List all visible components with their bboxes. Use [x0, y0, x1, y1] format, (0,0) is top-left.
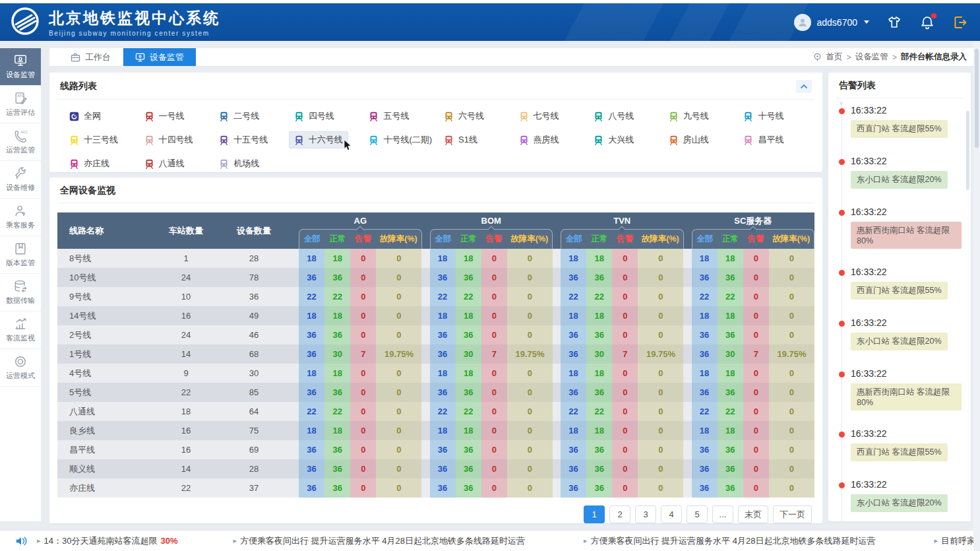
page-scrollbar[interactable]	[973, 41, 980, 551]
breadcrumb-home[interactable]: 首页	[826, 51, 842, 63]
sidebar-item-operation-supervision[interactable]: ACC 运营监管	[0, 123, 41, 161]
line-item[interactable]: 十五号线	[214, 131, 273, 148]
sidebar-item-passenger-flow[interactable]: 客流监视	[0, 311, 41, 349]
alarm-message[interactable]: 西直门站 客流超限55%	[851, 120, 948, 138]
cell-devices: 69	[217, 440, 291, 459]
line-item[interactable]: 七号线	[514, 108, 565, 125]
subway-logo-icon	[9, 5, 41, 40]
alarm-message[interactable]: 西直门站 客流超限55%	[851, 282, 948, 300]
line-item[interactable]: 八号线	[588, 108, 639, 125]
username: adds6700	[816, 17, 857, 28]
line-train-icon	[743, 112, 753, 121]
page-button[interactable]: 1	[584, 505, 605, 523]
alarm-message[interactable]: 西直门站 客流超限55%	[851, 443, 948, 461]
tab-workbench[interactable]: 工作台	[59, 48, 123, 66]
line-item[interactable]: 亦庄线	[64, 155, 115, 172]
page-button[interactable]: 3	[635, 505, 656, 523]
line-item[interactable]: 十六号线	[289, 131, 348, 148]
line-item[interactable]: S1线	[439, 131, 483, 148]
alarm-time: 16:33:22	[851, 317, 964, 328]
line-train-icon	[144, 112, 154, 121]
breadcrumb-section[interactable]: 设备监管	[855, 51, 888, 63]
alarm-dot-icon	[839, 270, 845, 276]
cell-stations: 16	[155, 421, 217, 440]
line-item-label: 二号线	[233, 110, 259, 122]
line-item[interactable]: 十四号线	[139, 131, 199, 148]
sidebar-item-operation-evaluation[interactable]: AFC 运营评估	[0, 86, 41, 123]
page-button[interactable]: ...	[712, 505, 733, 523]
alarm-message[interactable]: 东小口站 客流超限20%	[851, 333, 948, 350]
table-row: 亦庄线 22 37 363600 363600 363600 363600	[57, 478, 814, 498]
page-button[interactable]: 2	[609, 505, 630, 523]
sidebar-item-passenger-service[interactable]: 乘客服务	[0, 199, 41, 236]
page-button[interactable]: 下一页	[773, 505, 812, 523]
cell-line-name: 良乡线	[57, 421, 155, 440]
line-item[interactable]: 五号线	[363, 108, 414, 125]
table-body: 8号线 1 28 181800 181800 181800 181800	[57, 249, 814, 498]
line-train-icon	[69, 159, 79, 169]
line-item[interactable]: 十三号线	[64, 131, 123, 148]
theme-skin-button[interactable]	[886, 15, 902, 30]
chevron-down-icon	[864, 20, 869, 24]
line-item-label: 九号线	[683, 110, 709, 122]
line-train-icon	[669, 135, 679, 145]
ticker-bullet-icon: ▸	[584, 536, 588, 545]
line-item-label: 五号线	[383, 110, 409, 122]
line-item[interactable]: 全网	[64, 108, 106, 125]
brand: 北京地铁监视中心系统 Beijing subway monitoring cen…	[9, 5, 220, 40]
cell-stations: 14	[155, 459, 217, 478]
alarm-message[interactable]: 东小口站 客流超限20%	[851, 494, 948, 512]
alarm-message[interactable]: 惠新西街南口站 客流超限80%	[851, 222, 962, 249]
alarm-message[interactable]: 惠新西街南口站 客流超限80%	[851, 383, 962, 410]
line-item[interactable]: 昌平线	[738, 131, 789, 148]
sidebar-item-device-monitor[interactable]: 设备监管	[0, 48, 41, 86]
alarm-time: 16:33:22	[851, 368, 964, 379]
alarm-time: 16:33:22	[851, 428, 964, 439]
table-row: 14号线 16 49 181800 181800 181800 181800	[57, 306, 814, 325]
alarm-scrollbar-thumb[interactable]	[966, 111, 969, 190]
logout-button[interactable]	[952, 15, 968, 30]
table-row: 9号线 10 36 222200 222200 222200 222200	[57, 287, 814, 306]
ticker-items: ▸ 14：30分天通苑南站客流超限 30% ▸ 方便乘客夜间出行 提升运营服务水…	[37, 535, 980, 547]
line-train-icon	[444, 112, 454, 121]
notifications-bell-icon[interactable]	[919, 15, 935, 30]
sidebar-item-device-maintenance[interactable]: 设备维修	[0, 161, 41, 199]
table-row: 良乡线 16 75 181800 181800 181800 181800	[57, 421, 814, 440]
cell-devices: 37	[217, 478, 291, 498]
line-item[interactable]: 机场线	[214, 155, 264, 172]
line-item[interactable]: 房山线	[663, 131, 714, 148]
page-button[interactable]: 末页	[738, 505, 768, 523]
line-item[interactable]: 四号线	[289, 108, 340, 125]
page-scrollbar-thumb[interactable]	[975, 49, 979, 148]
svg-text:AFC: AFC	[17, 94, 24, 98]
line-item[interactable]: 大兴线	[588, 131, 639, 148]
line-item-label: 十六号线	[309, 134, 343, 146]
line-item[interactable]: 十号线	[738, 108, 789, 125]
collapse-panel-button[interactable]	[796, 80, 812, 93]
line-item[interactable]: 燕房线	[514, 131, 565, 148]
divider	[836, 98, 963, 98]
line-item[interactable]: 十号线(二期)	[363, 131, 437, 148]
sidebar-item-version-supervision[interactable]: 版本监管	[0, 236, 41, 274]
alarm-dot-icon	[839, 210, 845, 216]
header-decor	[560, 3, 667, 41]
user-menu[interactable]: adds6700	[794, 14, 869, 31]
alarm-list: ▼ 16:33:22 西直门站 客流超限55% 16:33:22 东小口站 客流…	[839, 105, 964, 521]
line-item[interactable]: 六号线	[439, 108, 489, 125]
sidebar-item-data-transfer[interactable]: 数据传输	[0, 274, 41, 311]
monitor-icon	[135, 53, 145, 62]
line-item[interactable]: 二号线	[214, 108, 264, 125]
line-item-label: 七号线	[534, 110, 559, 122]
line-item[interactable]: 九号线	[663, 108, 714, 125]
alarm-message[interactable]: 东小口站 客流超限20%	[851, 171, 948, 189]
alarm-time: 16:33:22	[851, 479, 964, 490]
tab-device-supervision[interactable]: 设备监管	[123, 48, 196, 66]
line-item[interactable]: 八通线	[139, 155, 190, 172]
page-button[interactable]: 5	[687, 505, 708, 523]
page-button[interactable]: 4	[661, 505, 682, 523]
notification-badge	[931, 13, 936, 18]
table-row: 昌平线 16 69 363600 363600 363600 363600	[57, 440, 814, 459]
line-item[interactable]: 一号线	[139, 108, 190, 125]
cell-line-name: 14号线	[57, 306, 155, 325]
sidebar-item-operation-mode[interactable]: 运营模式	[0, 349, 41, 387]
